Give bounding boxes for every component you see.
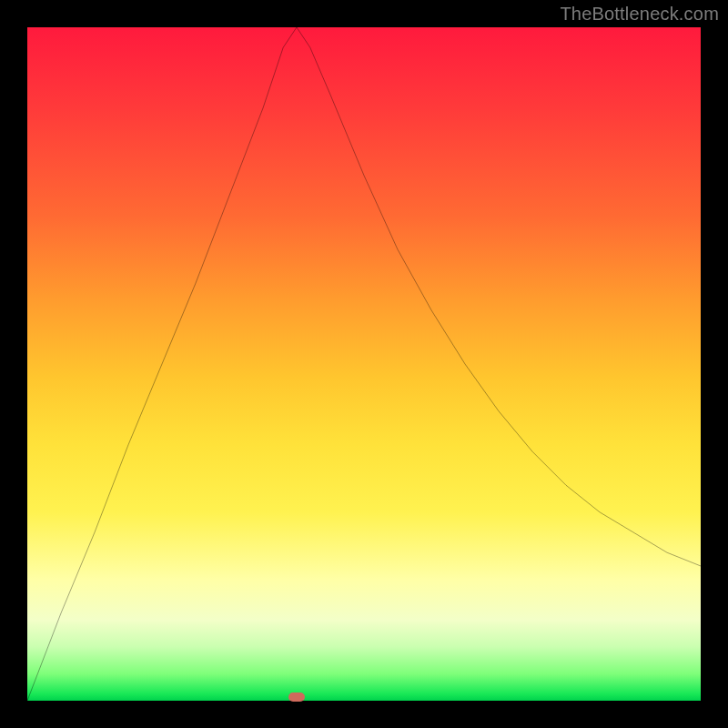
optimum-marker (288, 693, 305, 702)
chart-plot-area (27, 27, 701, 701)
curve-path (27, 27, 701, 701)
watermark-text: TheBottleneck.com (560, 4, 719, 25)
chart-frame: TheBottleneck.com (0, 0, 728, 728)
bottleneck-curve (27, 27, 701, 701)
